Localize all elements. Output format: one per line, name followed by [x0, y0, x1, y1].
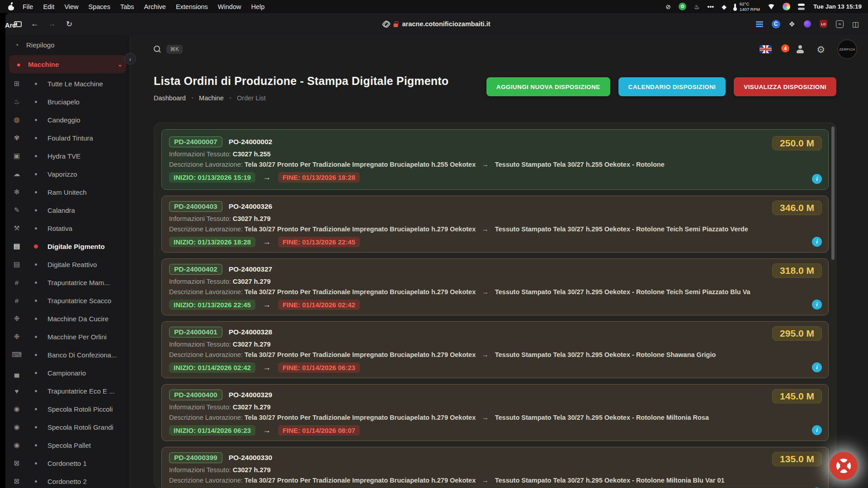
panel-scrollbar[interactable]	[831, 127, 835, 260]
order-card-PD-24000007[interactable]: PD-24000007 PO-24000002 Informazioni Tes…	[161, 129, 829, 190]
sidebar-item-macchine[interactable]: ● Macchine ⌄	[9, 55, 126, 73]
menu-edit[interactable]: Edit	[38, 3, 59, 10]
end-time-badge: FINE: 01/14/2026 02:42	[278, 300, 360, 310]
info-icon[interactable]: i	[812, 237, 822, 247]
add-disposition-button[interactable]: AGGIUNGI NUOVA DISPOSIZIONE	[486, 77, 610, 96]
sidebar-item-foulard-tintura[interactable]: ✾ Foulard Tintura	[5, 129, 130, 147]
apple-logo-icon[interactable]	[8, 3, 14, 10]
sidebar-item-icon: ♨	[11, 98, 23, 106]
sidebar-item-label: Rotativa	[47, 225, 72, 232]
wrench-icon[interactable]: ⚙	[679, 3, 686, 10]
order-card-PD-24000402[interactable]: PD-24000402 PO-24000327 Informazioni Tes…	[161, 258, 829, 315]
sidebar-item-riepilogo[interactable]: ◔ Riepilogo	[5, 36, 130, 54]
user-avatar[interactable]: ZERPICH	[837, 39, 857, 59]
sidebar-collapse-button[interactable]: ‹	[124, 53, 136, 65]
info-icon[interactable]: i	[812, 300, 822, 310]
temperature-widget[interactable]: 62°C1407 RPM	[734, 1, 760, 12]
sidebar-item-label: Macchine	[28, 61, 59, 68]
sidebar-item-ram-unitech[interactable]: ✻ Ram Unitech	[5, 183, 130, 201]
order-card-PD-24000401[interactable]: PD-24000401 PO-24000328 Informazioni Tes…	[161, 321, 829, 378]
sidebar-item-vaporizzo[interactable]: ☁ Vaporizzo	[5, 165, 130, 183]
sidebar-item-specola-rotoli-grandi[interactable]: ◉ Specola Rotoli Grandi	[5, 418, 130, 436]
ellipsis-icon[interactable]: •••	[708, 3, 714, 10]
settings-gear-icon[interactable]: ⚙	[816, 45, 825, 54]
purple-extension-icon[interactable]	[804, 20, 811, 28]
sidebar-item-calandra[interactable]: ✎ Calandra	[5, 201, 130, 219]
app-circle-icon[interactable]	[783, 3, 790, 10]
lavorazione-to: Tessuto Stampato Tela 30/27 h.295 Oekote…	[495, 225, 748, 233]
info-icon[interactable]: i	[812, 425, 822, 435]
reload-button[interactable]: ↻	[62, 17, 76, 31]
back-button[interactable]: ←	[28, 17, 42, 31]
wifi-icon[interactable]	[768, 4, 775, 9]
order-card-PD-24000400[interactable]: PD-24000400 PO-24000329 Informazioni Tes…	[161, 384, 829, 441]
tessuto-value: C3027 h.279	[233, 278, 271, 285]
sidebar-item-label: Campionario	[47, 369, 86, 377]
sidebar-item-bruciapelo[interactable]: ♨ Bruciapelo	[5, 93, 130, 111]
compass-icon[interactable]: ⊘	[665, 3, 671, 10]
sidebar-item-trapuntatrice-mam[interactable]: # Trapuntatrice Mam...	[5, 273, 130, 291]
diamond-extension-icon[interactable]: ❖	[789, 20, 795, 28]
order-card-PD-24000399[interactable]: PD-24000399 PO-24000330 Informazioni Tes…	[161, 447, 829, 488]
lo-shield-extension-icon[interactable]: LO	[820, 20, 827, 28]
order-card-PD-24000403[interactable]: PD-24000403 PO-24000326 Informazioni Tes…	[161, 196, 829, 253]
forward-button[interactable]: →	[45, 17, 59, 31]
arrow-right-icon: →	[263, 237, 271, 247]
sidebar-item-cordonetto-2[interactable]: ⊠ Cordonetto 2	[5, 472, 130, 488]
url-bar[interactable]: aracne.cotonificiozambaiti.it	[383, 13, 491, 35]
menu-spaces[interactable]: Spaces	[84, 3, 115, 10]
help-button[interactable]	[830, 452, 858, 480]
split-view-icon[interactable]: ◫	[852, 20, 859, 28]
menu-tabs[interactable]: Tabs	[115, 3, 139, 10]
menu-extensions[interactable]: Extensions	[171, 3, 213, 10]
start-time-badge: INIZIO: 01/13/2026 22:45	[169, 300, 255, 310]
info-icon[interactable]: i	[812, 174, 822, 184]
topbar-icons: 4 ⚙ ZERPICH	[760, 39, 857, 59]
pick-icon[interactable]: ◆	[722, 3, 726, 10]
breadcrumb-dashboard[interactable]: Dashboard	[154, 94, 186, 102]
sidebar-item-rotativa[interactable]: ⚒ Rotativa	[5, 219, 130, 237]
bullet-icon	[35, 119, 37, 121]
sidebar-item-label: Trapuntatrice Mam...	[47, 279, 110, 286]
menu-window[interactable]: Window	[213, 3, 246, 10]
sidebar-item-digitale-pigmento[interactable]: ▤ Digitale Pigmento	[5, 237, 130, 255]
sidebar-item-icon: ▤	[11, 242, 23, 250]
sidebar-item-icon: ◉	[11, 441, 23, 449]
approx-extension-icon[interactable]: ≈	[836, 20, 844, 28]
menu-file[interactable]: File	[18, 3, 38, 10]
meters-badge: 145.0 M	[772, 389, 822, 404]
sidebar-item-candeggio[interactable]: ◍ Candeggio	[5, 111, 130, 129]
sidebar-item-tutte-le-macchine[interactable]: ⊞ Tutte Le Macchine	[5, 75, 130, 93]
calendar-dispositions-button[interactable]: CALENDARIO DISPOSIZIONI	[618, 77, 726, 96]
bullet-icon	[35, 390, 37, 392]
lavorazione-to: Tessuto Stampato Tela 30/27 h.295 Oekote…	[495, 351, 716, 358]
menubar-clock[interactable]: Tue Jan 13 15:19	[813, 3, 862, 10]
sidebar-item-macchine-per-orlini[interactable]: ❉ Macchine Per Orlini	[5, 328, 130, 346]
bullet-icon	[35, 227, 37, 230]
steam-icon[interactable]: ♨	[694, 3, 700, 10]
sidebar-item-trapuntatrice-eco[interactable]: ♥ Trapuntatrice Eco E ...	[5, 382, 130, 400]
sidebar-item-specola-pallet[interactable]: ◉ Specola Pallet	[5, 436, 130, 454]
menu-archive[interactable]: Archive	[139, 3, 171, 10]
user-switch-icon[interactable]	[798, 4, 806, 10]
view-dispositions-button[interactable]: VISUALIZZA DISPOSIZIONI	[734, 77, 836, 96]
info-icon[interactable]: i	[812, 362, 822, 372]
sidebar-item-label: Candeggio	[47, 116, 80, 124]
sidebar-item-hydra-tve[interactable]: ▣ Hydra TVE	[5, 147, 130, 165]
menu-view[interactable]: View	[59, 3, 83, 10]
sidebar-item-macchine-da-cucire[interactable]: ❉ Macchine Da Cucire	[5, 310, 130, 328]
c-extension-icon[interactable]: C	[772, 20, 780, 28]
sidebar-item-trapuntatrice-scacco[interactable]: # Trapuntatrice Scacco	[5, 291, 130, 310]
users-icon[interactable]	[796, 45, 804, 53]
tessuto-value: C3027 h.279	[233, 466, 271, 474]
sidebar-item-banco-di-confeziona[interactable]: ⌨ Banco Di Confeziona...	[5, 346, 130, 364]
sidebar-item-specola-rotoli-piccoli[interactable]: ◉ Specola Rotoli Piccoli	[5, 400, 130, 418]
sidebar-item-cordonetto-1[interactable]: ⊠ Cordonetto 1	[5, 454, 130, 472]
menu-help[interactable]: Help	[246, 3, 269, 10]
breadcrumb-machine[interactable]: Machine	[199, 94, 224, 102]
sidebar-item-campionario[interactable]: ▄ Campionario	[5, 364, 130, 382]
sidebar-item-digitale-reattivo[interactable]: ▤ Digitale Reattivo	[5, 255, 130, 273]
search-control[interactable]: ⌘K	[154, 45, 183, 54]
language-flag-icon[interactable]	[760, 45, 772, 53]
list-extension-icon[interactable]	[756, 21, 763, 27]
